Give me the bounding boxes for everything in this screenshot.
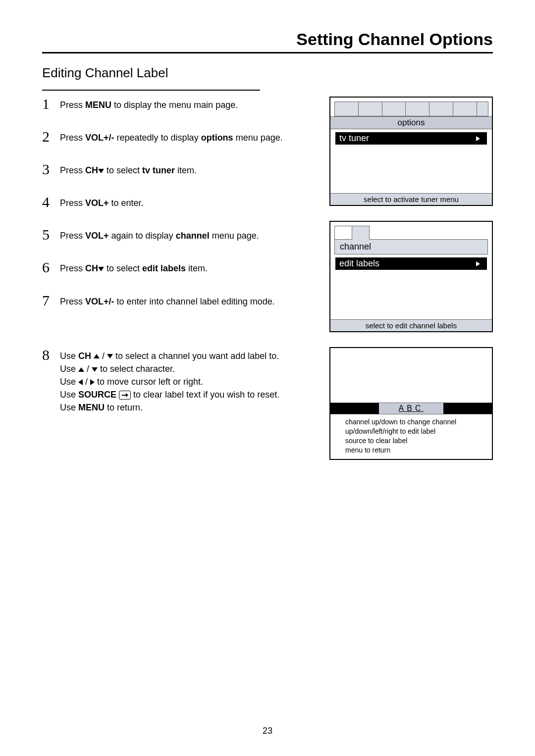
step-5: 5 Press VOL+ again to display channel me… (42, 227, 315, 242)
step-text: Press VOL+/- repeatedly to display optio… (60, 129, 283, 144)
title-rule (42, 52, 493, 53)
screenshots-column: options tv tuner select to activate tune… (329, 97, 493, 460)
right-arrow-icon (476, 261, 480, 266)
section-subtitle: Editing Channel Label (42, 65, 493, 81)
osd-footer-hint: select to edit channel labels (330, 319, 492, 331)
down-arrow-icon (92, 367, 98, 372)
step-number: 5 (42, 227, 54, 242)
step-number: 4 (42, 195, 54, 209)
step-6: 6 Press CH to select edit labels item. (42, 260, 315, 275)
right-arrow-icon (476, 136, 480, 141)
step-text: Press VOL+ again to display channel menu… (60, 227, 259, 242)
down-arrow-icon (98, 267, 104, 271)
osd-selected-row: edit labels (335, 257, 487, 270)
step-number: 7 (42, 293, 54, 308)
osd-options-menu: options tv tuner select to activate tune… (329, 97, 493, 206)
page-title: Setting Channel Options (42, 30, 493, 49)
left-arrow-icon (78, 379, 83, 385)
step-text: Press CH to select edit labels item. (60, 260, 208, 275)
subtitle-rule (42, 90, 260, 91)
osd-help-text: channel up/down to change channel up/dow… (330, 414, 492, 459)
osd-tab-label: channel (334, 239, 488, 254)
label-value: ABC (379, 403, 443, 414)
step-3: 3 Press CH to select tv tuner item. (42, 162, 315, 177)
page-number: 23 (0, 726, 535, 736)
down-arrow-icon (107, 354, 113, 358)
step-number: 2 (42, 129, 54, 144)
down-arrow-icon (98, 169, 104, 173)
osd-tab-label: options (330, 116, 492, 129)
osd-edit-label: ABC channel up/down to change channel up… (329, 347, 493, 460)
step-text: Press VOL+/- to enter into channel label… (60, 293, 275, 308)
step-number: 8 (42, 348, 54, 362)
step-2: 2 Press VOL+/- repeatedly to display opt… (42, 129, 315, 144)
source-icon (119, 391, 131, 400)
step-text: Press CH to select tv tuner item. (60, 162, 197, 177)
up-arrow-icon (94, 354, 100, 358)
step-number: 3 (42, 162, 54, 177)
step-text: Use CH / to select a channel you want ad… (60, 348, 279, 414)
step-number: 1 (42, 97, 54, 111)
right-arrow-icon (90, 379, 95, 385)
up-arrow-icon (78, 367, 84, 372)
osd-selected-row: tv tuner (335, 132, 487, 145)
step-7: 7 Press VOL+/- to enter into channel lab… (42, 293, 315, 308)
osd-footer-hint: select to activate tuner menu (330, 193, 492, 205)
steps-column: 1 Press MENU to display the menu main pa… (42, 97, 315, 432)
osd-channel-menu: channel edit labels select to edit chann… (329, 221, 493, 332)
step-text: Press VOL+ to enter. (60, 195, 144, 209)
step-4: 4 Press VOL+ to enter. (42, 195, 315, 209)
step-number: 6 (42, 260, 54, 275)
step-8: 8 Use CH / to select a channel you want … (42, 348, 315, 414)
step-text: Press MENU to display the menu main page… (60, 97, 238, 111)
step-1: 1 Press MENU to display the menu main pa… (42, 97, 315, 111)
